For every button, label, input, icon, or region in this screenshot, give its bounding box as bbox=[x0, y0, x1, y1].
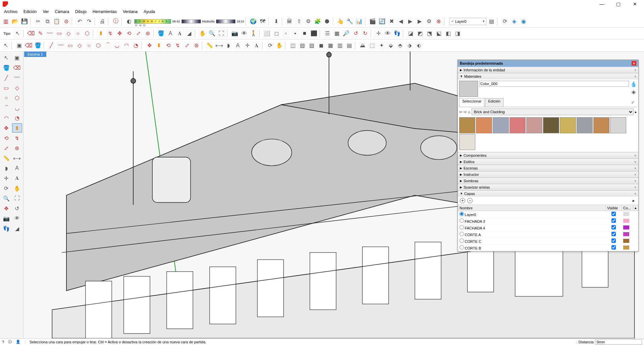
material-library-dropdown[interactable]: Brick and Cladding bbox=[472, 109, 634, 115]
panel-styles-head[interactable]: ▶Estilos× bbox=[458, 159, 638, 165]
panel-layers-head[interactable]: ▼Capas× bbox=[458, 191, 638, 197]
tape-measure-icon[interactable]: 📏 bbox=[205, 41, 214, 50]
circle-icon[interactable]: ○ bbox=[73, 29, 82, 38]
style-mono-icon[interactable]: ▥ bbox=[335, 41, 344, 50]
zoom-next-icon[interactable]: ↻ bbox=[361, 29, 369, 38]
lt-rect-icon[interactable]: ▭ bbox=[1, 83, 11, 92]
user-icon[interactable]: 👤 bbox=[16, 340, 20, 344]
tab-select[interactable]: Seleccionar bbox=[459, 98, 484, 107]
tab-edit[interactable]: Edición bbox=[485, 98, 503, 107]
redo-icon[interactable]: ↷ bbox=[85, 17, 93, 26]
menu-file[interactable]: Archivo bbox=[1, 9, 20, 15]
lt-dim-icon[interactable]: ⟷ bbox=[12, 153, 22, 163]
lt-prev-icon[interactable]: ↺ bbox=[12, 204, 22, 213]
layer-active-radio[interactable] bbox=[460, 212, 464, 216]
zoom-icon[interactable]: 🔍 bbox=[208, 29, 216, 38]
eye-icon[interactable]: 👁 bbox=[383, 29, 392, 38]
lt-eraser-icon[interactable]: ⌫ bbox=[12, 63, 22, 72]
col-name[interactable]: Nombre bbox=[458, 205, 606, 211]
scene-play-icon[interactable]: ▶ bbox=[415, 17, 424, 26]
style-back-icon[interactable]: ▤ bbox=[345, 41, 354, 50]
panel-components-head[interactable]: ▶Componentes× bbox=[458, 152, 638, 158]
panel-close-icon[interactable]: × bbox=[634, 160, 636, 164]
pushpull-icon[interactable]: ⬍ bbox=[96, 29, 105, 38]
layers-menu-icon[interactable]: ▸ bbox=[631, 198, 636, 203]
lt-section-icon[interactable]: ◢ bbox=[12, 224, 22, 233]
lt-select-icon[interactable]: ↖ bbox=[1, 53, 11, 62]
layer-row[interactable]: CORTE C bbox=[458, 238, 638, 245]
info-icon[interactable]: ⓘ bbox=[8, 339, 12, 344]
panel-shadows-head[interactable]: ▶Sombras× bbox=[458, 178, 638, 184]
material-swatch[interactable] bbox=[560, 117, 576, 133]
save-icon[interactable]: 💾 bbox=[20, 17, 29, 26]
eraser-icon[interactable]: ⌫ bbox=[26, 29, 35, 38]
ext-manager-icon[interactable]: 🧩 bbox=[313, 17, 322, 26]
text-icon[interactable]: A bbox=[166, 29, 175, 38]
panel-close-icon[interactable]: × bbox=[634, 179, 636, 183]
freehand2-icon[interactable]: 〰 bbox=[56, 41, 65, 50]
panel-instructor-head[interactable]: ▶Instructor× bbox=[458, 171, 638, 178]
protractor-icon[interactable]: ◗ bbox=[224, 41, 233, 50]
solids-5-icon[interactable]: ◧ bbox=[444, 29, 452, 38]
rect2-icon[interactable]: ▭ bbox=[66, 41, 74, 50]
undo-icon[interactable]: ↶ bbox=[75, 17, 84, 26]
panel-materials-head[interactable]: ▼ Materiales × bbox=[458, 73, 638, 79]
scale-icon[interactable]: ⤢ bbox=[134, 29, 143, 38]
lt-arc3-icon[interactable]: ◠ bbox=[1, 113, 11, 123]
lt-3dtext-icon[interactable]: 𝐀 bbox=[12, 174, 22, 183]
panel-close-icon[interactable]: × bbox=[634, 75, 636, 78]
lt-pan-icon[interactable]: ✋ bbox=[12, 184, 22, 193]
style-xray-icon[interactable]: ◫ bbox=[288, 41, 297, 50]
zoom-extents-icon[interactable]: ⛶ bbox=[217, 29, 226, 38]
layer-visible-check[interactable] bbox=[611, 238, 616, 243]
sandbox-5-icon[interactable]: ⬘ bbox=[396, 41, 405, 50]
layer-active-radio[interactable] bbox=[460, 232, 464, 236]
select2-icon[interactable]: ↖ bbox=[1, 41, 10, 50]
scene-add-icon[interactable]: 🎬 bbox=[368, 17, 377, 26]
layer-manager-icon[interactable]: ▤ bbox=[487, 17, 496, 26]
panel-close-icon[interactable]: × bbox=[634, 166, 636, 170]
material-swatch[interactable] bbox=[493, 117, 509, 133]
lt-walk-icon[interactable]: 👣 bbox=[1, 224, 11, 233]
layer-active-radio[interactable] bbox=[460, 225, 464, 229]
lt-poscam-icon[interactable]: 📷 bbox=[1, 214, 11, 223]
scene-stop-icon[interactable]: ⊗ bbox=[434, 17, 443, 26]
polygon-icon[interactable]: ⬡ bbox=[83, 29, 92, 38]
material-swatch[interactable] bbox=[509, 117, 526, 133]
lt-zoomwin-icon[interactable]: ⛶ bbox=[12, 194, 22, 203]
panel-soften-head[interactable]: ▶Suavizar aristas× bbox=[458, 184, 638, 190]
shadow-date-slider[interactable]: E F M A M J J A S O N D 06:42 Mediodía 1… bbox=[134, 19, 244, 24]
layer-active-radio[interactable] bbox=[460, 218, 464, 223]
library-menu-icon[interactable]: ▸ bbox=[635, 110, 637, 114]
lt-rotrect-icon[interactable]: ◇ bbox=[12, 83, 22, 92]
sample-paint-icon[interactable]: 💧 bbox=[630, 81, 637, 87]
look-around-icon[interactable]: 👁 bbox=[240, 29, 249, 38]
rotated-rect-icon[interactable]: ◇ bbox=[64, 29, 73, 38]
solids-2-icon[interactable]: ◩ bbox=[416, 29, 424, 38]
panel-scenes-head[interactable]: ▶Escenas× bbox=[458, 165, 638, 171]
lt-look-icon[interactable]: 👁 bbox=[12, 214, 22, 223]
scene-delete-icon[interactable]: ✖ bbox=[387, 17, 396, 26]
lt-tape-icon[interactable]: 📏 bbox=[1, 153, 11, 163]
lt-freehand-icon[interactable]: 〰 bbox=[12, 73, 22, 82]
layer-visible-check[interactable] bbox=[611, 245, 616, 250]
shadow-toggle-icon[interactable]: ◐ bbox=[125, 17, 133, 26]
zoom-selection-icon[interactable]: 🔎 bbox=[342, 29, 351, 38]
view-front-icon[interactable]: ◻ bbox=[272, 29, 281, 38]
col-visible[interactable]: Visible bbox=[606, 205, 622, 211]
time-scale[interactable] bbox=[181, 19, 201, 23]
style-shaded-icon[interactable]: ◼ bbox=[317, 41, 325, 50]
menu-help[interactable]: Ayuda bbox=[141, 9, 158, 15]
offset2-icon[interactable]: ⊚ bbox=[192, 41, 201, 50]
zoom-prev-icon[interactable]: ↺ bbox=[351, 29, 360, 38]
material-swatch[interactable] bbox=[610, 117, 626, 133]
lt-arc-icon[interactable]: ⌒ bbox=[1, 103, 11, 113]
layer-color-swatch[interactable] bbox=[623, 246, 629, 250]
solids-3-icon[interactable]: ⬔ bbox=[425, 29, 434, 38]
select-icon[interactable]: ↖ bbox=[13, 29, 22, 38]
measurement-input[interactable] bbox=[595, 339, 642, 345]
scene-update-icon[interactable]: 🔄 bbox=[378, 17, 386, 26]
dc-attributes-icon[interactable]: 📊 bbox=[355, 17, 364, 26]
current-material-swatch[interactable] bbox=[459, 81, 478, 97]
panel-close-icon[interactable]: × bbox=[634, 173, 636, 177]
